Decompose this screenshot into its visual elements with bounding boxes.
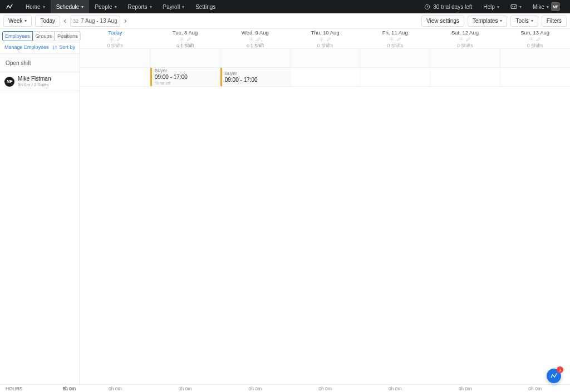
open-shift-cell[interactable] bbox=[290, 49, 360, 67]
chat-fab[interactable]: 3 bbox=[547, 369, 561, 383]
trial-days[interactable]: 30 trial days left bbox=[419, 0, 478, 13]
day-label: Thu, 10 Aug bbox=[290, 29, 360, 36]
templates-button[interactable]: Templates▾ bbox=[468, 16, 508, 27]
svg-point-8 bbox=[531, 38, 532, 39]
employee-row[interactable]: MF Mike Fistman 8h 0m / 2 Shifts bbox=[0, 72, 80, 91]
date-range[interactable]: 32 7 Aug - 13 Aug bbox=[70, 16, 120, 27]
open-shift-cell[interactable] bbox=[80, 49, 150, 67]
day-shift-count: 1 Shift bbox=[150, 43, 220, 48]
sort-by-button[interactable]: Sort by bbox=[52, 44, 75, 50]
edit-icon[interactable] bbox=[396, 37, 401, 42]
schedule-cell[interactable] bbox=[80, 68, 150, 86]
gear-icon[interactable] bbox=[529, 37, 534, 42]
today-button[interactable]: Today bbox=[35, 16, 60, 27]
nav-label: Reports bbox=[128, 4, 148, 10]
chevron-down-icon: ▾ bbox=[519, 4, 522, 9]
hours-col: 0h 0m bbox=[80, 385, 150, 392]
inbox-menu[interactable]: ▾ bbox=[505, 0, 527, 13]
schedule-cell[interactable] bbox=[500, 68, 570, 86]
hours-col: 0h 0m bbox=[500, 385, 570, 392]
chevron-down-icon: ▾ bbox=[81, 4, 83, 9]
nav-label: People bbox=[95, 4, 112, 10]
edit-icon[interactable] bbox=[466, 37, 471, 42]
shift-title: Buyer bbox=[225, 71, 287, 77]
filters-button[interactable]: Filters bbox=[542, 16, 567, 27]
user-menu[interactable]: Mike▾ MF bbox=[527, 0, 566, 13]
help-menu[interactable]: Help▾ bbox=[478, 0, 505, 13]
gear-icon[interactable] bbox=[179, 37, 184, 42]
day-header[interactable]: Sat, 12 Aug 0 Shifts bbox=[430, 29, 500, 48]
open-shift-section[interactable]: Open shift bbox=[0, 53, 80, 72]
day-label: Fri, 11 Aug bbox=[360, 29, 430, 36]
day-header[interactable]: Tue, 8 Aug 1 Shift bbox=[150, 29, 220, 48]
edit-icon[interactable] bbox=[116, 37, 121, 42]
open-shift-cell[interactable] bbox=[500, 49, 570, 67]
gear-icon[interactable] bbox=[319, 37, 324, 42]
edit-icon[interactable] bbox=[256, 37, 261, 42]
day-header[interactable]: Fri, 11 Aug 0 Shifts bbox=[360, 29, 430, 48]
day-label: Sun, 13 Aug bbox=[500, 29, 570, 36]
nav-item-schedule[interactable]: Schedule▾ bbox=[51, 0, 90, 13]
day-header[interactable]: Wed, 9 Aug 1 Shift bbox=[220, 29, 290, 48]
open-shift-cell[interactable] bbox=[430, 49, 500, 67]
chevron-down-icon: ▾ bbox=[43, 4, 45, 9]
gear-icon[interactable] bbox=[109, 37, 114, 42]
hours-col: 0h 0m bbox=[360, 385, 430, 392]
chevron-down-icon: ▾ bbox=[497, 4, 499, 9]
employee-sub: 8h 0m / 2 Shifts bbox=[18, 82, 51, 88]
app-logo-icon[interactable] bbox=[4, 2, 14, 12]
sidebar-tab-groups[interactable]: Groups bbox=[33, 31, 55, 41]
day-label: Wed, 9 Aug bbox=[220, 29, 290, 36]
sort-icon bbox=[52, 45, 57, 50]
nav-item-settings[interactable]: Settings bbox=[190, 0, 221, 13]
svg-point-6 bbox=[391, 38, 392, 39]
day-header[interactable]: Today 0 Shifts bbox=[80, 29, 150, 48]
avatar: MF bbox=[4, 77, 14, 87]
next-arrow-icon[interactable] bbox=[120, 16, 130, 26]
edit-icon[interactable] bbox=[536, 37, 541, 42]
day-shift-count: 0 Shifts bbox=[430, 43, 500, 48]
schedule-cell[interactable] bbox=[290, 68, 360, 86]
open-shift-cell[interactable] bbox=[150, 49, 220, 67]
open-shift-cell[interactable] bbox=[360, 49, 430, 67]
shift-card[interactable]: Buyer09:00 - 17:00 bbox=[220, 68, 290, 86]
day-label: Today bbox=[80, 29, 150, 36]
toolbar: Week▾ Today 32 7 Aug - 13 Aug View setti… bbox=[0, 13, 570, 29]
open-shift-cell[interactable] bbox=[220, 49, 290, 67]
tools-button[interactable]: Tools▾ bbox=[510, 16, 538, 27]
day-header[interactable]: Thu, 10 Aug 0 Shifts bbox=[290, 29, 360, 48]
sidebar-tab-employees[interactable]: Employees bbox=[2, 31, 33, 41]
day-label: Tue, 8 Aug bbox=[150, 29, 220, 36]
schedule-cell[interactable] bbox=[360, 68, 430, 86]
gear-icon[interactable] bbox=[389, 37, 394, 42]
chevron-down-icon: ▾ bbox=[150, 4, 152, 9]
period-select[interactable]: Week▾ bbox=[3, 16, 32, 27]
shift-card[interactable]: Buyer09:00 - 17:00Time off bbox=[150, 68, 220, 86]
day-header[interactable]: Sun, 13 Aug 0 Shifts bbox=[500, 29, 570, 48]
schedule-cell[interactable] bbox=[430, 68, 500, 86]
nav-label: Payroll bbox=[163, 4, 180, 10]
prev-arrow-icon[interactable] bbox=[60, 16, 70, 26]
edit-icon[interactable] bbox=[326, 37, 331, 42]
status-dot-icon bbox=[247, 44, 249, 47]
fab-badge: 3 bbox=[557, 366, 563, 373]
sidebar-tab-positions[interactable]: Positions bbox=[55, 31, 81, 41]
shift-time: 09:00 - 17:00 bbox=[225, 77, 287, 84]
nav-item-home[interactable]: Home▾ bbox=[20, 0, 51, 13]
nav-item-reports[interactable]: Reports▾ bbox=[122, 0, 158, 13]
avatar: MF bbox=[551, 2, 560, 11]
edit-icon[interactable] bbox=[186, 37, 191, 42]
top-nav: Home▾Schedule▾People▾Reports▾Payroll▾Set… bbox=[0, 0, 570, 13]
trial-label: 30 trial days left bbox=[433, 4, 472, 10]
gear-icon[interactable] bbox=[249, 37, 254, 42]
view-settings-button[interactable]: View settings bbox=[421, 16, 464, 27]
employee-name: Mike Fistman bbox=[18, 76, 51, 82]
shift-time: 09:00 - 17:00 bbox=[155, 74, 217, 81]
svg-point-2 bbox=[111, 38, 112, 39]
nav-item-payroll[interactable]: Payroll▾ bbox=[158, 0, 190, 13]
gear-icon[interactable] bbox=[459, 37, 464, 42]
schedule-cell[interactable]: Buyer09:00 - 17:00 bbox=[220, 68, 290, 86]
manage-employees-link[interactable]: Manage Employees bbox=[4, 44, 49, 50]
nav-item-people[interactable]: People▾ bbox=[89, 0, 122, 13]
schedule-cell[interactable]: Buyer09:00 - 17:00Time off bbox=[150, 68, 220, 86]
